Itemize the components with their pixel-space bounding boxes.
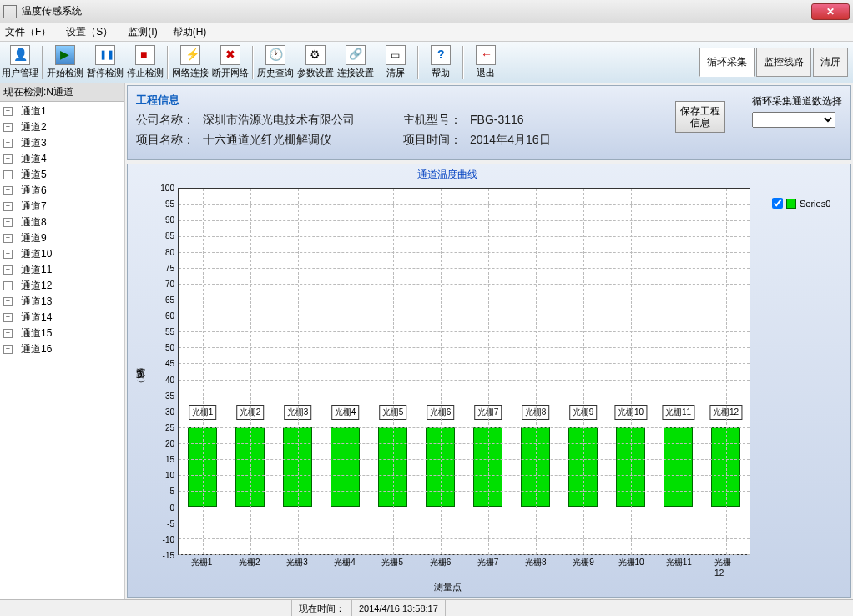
- stop-button[interactable]: 停止检测: [125, 45, 165, 79]
- x-tick: 光栅12: [714, 557, 739, 578]
- expand-icon[interactable]: +: [3, 345, 13, 354]
- tree-node-channel10[interactable]: +通道10: [0, 246, 124, 262]
- expand-icon[interactable]: +: [3, 107, 13, 116]
- project-value: 十六通道光纤光栅解调仪: [203, 133, 403, 148]
- x-tick: 光栅9: [573, 557, 594, 568]
- expand-icon[interactable]: +: [3, 265, 13, 275]
- plot-area: 光栅1光栅2光栅3光栅4光栅5光栅6光栅7光栅8光栅9光栅10光栅11光栅12: [178, 188, 750, 555]
- time-value: 2014年4月16日: [470, 133, 551, 148]
- start-button[interactable]: 开始检测: [45, 45, 85, 79]
- tree-node-channel4[interactable]: +通道4: [0, 151, 124, 167]
- y-tick: 50: [153, 343, 174, 352]
- stop-icon: [135, 45, 155, 65]
- expand-icon[interactable]: +: [3, 170, 13, 179]
- gear-icon: [305, 45, 326, 65]
- y-tick: 80: [153, 247, 174, 256]
- expand-icon[interactable]: +: [3, 139, 13, 148]
- y-tick: 85: [153, 231, 174, 240]
- clear-button[interactable]: 清屏: [376, 45, 416, 79]
- user-icon: [10, 45, 30, 65]
- tree-node-channel14[interactable]: +通道14: [0, 310, 124, 326]
- expand-icon[interactable]: +: [3, 123, 13, 132]
- y-tick: 55: [153, 327, 174, 336]
- statusbar: 现在时间： 2014/4/16 13:58:17: [0, 599, 853, 616]
- y-tick: 15: [153, 455, 174, 464]
- tree-node-channel6[interactable]: +通道6: [0, 183, 124, 199]
- tree-node-channel11[interactable]: +通道11: [0, 262, 124, 278]
- channel-select[interactable]: [752, 112, 835, 128]
- y-tick: 95: [153, 199, 174, 209]
- menu-file[interactable]: 文件（F）: [5, 25, 51, 39]
- titlebar: 温度传感系统 ✕: [0, 0, 853, 23]
- user-mgmt-button[interactable]: 用户管理: [0, 45, 40, 79]
- tab-clear[interactable]: 清屏: [813, 48, 848, 77]
- y-tick: 0: [153, 502, 174, 512]
- menu-monitor[interactable]: 监测(I): [128, 25, 157, 39]
- x-tick: 光栅1: [191, 557, 213, 568]
- legend: Series0: [767, 164, 850, 597]
- expand-icon[interactable]: +: [3, 202, 13, 211]
- connset-button[interactable]: 连接设置: [336, 45, 376, 79]
- expand-icon[interactable]: +: [3, 218, 13, 227]
- y-tick: 70: [153, 279, 174, 288]
- y-tick: 5: [153, 487, 174, 496]
- disconnect-button[interactable]: 断开网络: [210, 45, 250, 79]
- tree-node-channel8[interactable]: +通道8: [0, 215, 124, 230]
- menubar: 文件（F） 设置（S） 监测(I) 帮助(H): [0, 23, 853, 42]
- tree-node-channel5[interactable]: +通道5: [0, 167, 124, 183]
- project-label: 项目名称：: [136, 133, 203, 148]
- tree-node-channel15[interactable]: +通道15: [0, 326, 124, 341]
- app-icon: [3, 5, 17, 18]
- tree-node-channel16[interactable]: +通道16: [0, 341, 124, 357]
- expand-icon[interactable]: +: [3, 234, 13, 243]
- expand-icon[interactable]: +: [3, 154, 13, 164]
- save-project-button[interactable]: 保存工程信息: [675, 101, 725, 133]
- tree-node-channel3[interactable]: +通道3: [0, 135, 124, 151]
- tree-node-channel2[interactable]: +通道2: [0, 119, 124, 135]
- y-tick: 40: [153, 375, 174, 384]
- y-tick: 65: [153, 295, 174, 304]
- expand-icon[interactable]: +: [3, 281, 13, 290]
- pause-button[interactable]: 暂停检测: [85, 45, 125, 79]
- menu-help[interactable]: 帮助(H): [173, 25, 207, 39]
- x-tick: 光栅5: [381, 557, 403, 568]
- channel-select-label: 循环采集通道数选择: [752, 94, 842, 109]
- expand-icon[interactable]: +: [3, 250, 13, 259]
- tab-cycle[interactable]: 循环采集: [699, 48, 755, 77]
- x-axis-label: 测量点: [434, 581, 462, 593]
- x-tick: 光栅7: [477, 557, 499, 568]
- expand-icon[interactable]: +: [3, 297, 13, 306]
- params-button[interactable]: 参数设置: [295, 45, 336, 79]
- tree-node-channel7[interactable]: +通道7: [0, 199, 124, 215]
- y-tick: 25: [153, 422, 174, 432]
- time-label: 项目时间：: [403, 133, 470, 148]
- y-tick: 20: [153, 439, 174, 448]
- project-info-panel: 工程信息 公司名称： 深圳市浩源光电技术有限公司 主机型号： FBG-3116 …: [127, 85, 851, 160]
- x-tick: 光栅11: [666, 557, 692, 568]
- expand-icon[interactable]: +: [3, 186, 13, 195]
- company-value: 深圳市浩源光电技术有限公司: [203, 113, 403, 128]
- y-tick: 100: [153, 184, 174, 193]
- series-checkbox[interactable]: [772, 198, 783, 209]
- tree-node-channel9[interactable]: +通道9: [0, 230, 124, 246]
- tree-node-channel13[interactable]: +通道13: [0, 294, 124, 310]
- tree-node-channel12[interactable]: +通道12: [0, 278, 124, 294]
- y-tick: -10: [153, 534, 174, 543]
- link-icon: [346, 45, 366, 65]
- tab-route[interactable]: 监控线路: [756, 48, 811, 77]
- x-tick: 光栅8: [525, 557, 547, 568]
- close-button[interactable]: ✕: [811, 3, 850, 20]
- exit-button[interactable]: 退出: [466, 45, 506, 79]
- y-tick: 45: [153, 359, 174, 368]
- company-label: 公司名称：: [136, 113, 203, 128]
- menu-settings[interactable]: 设置（S）: [66, 25, 113, 39]
- history-button[interactable]: 历史查询: [255, 45, 295, 79]
- connect-button[interactable]: 网络连接: [170, 45, 210, 79]
- help-icon: [431, 45, 451, 65]
- window-title: 温度传感系统: [22, 4, 811, 18]
- tree-node-channel1[interactable]: +通道1: [0, 104, 124, 119]
- expand-icon[interactable]: +: [3, 329, 13, 338]
- help-button[interactable]: 帮助: [421, 45, 461, 79]
- expand-icon[interactable]: +: [3, 313, 13, 322]
- y-tick: 75: [153, 263, 174, 272]
